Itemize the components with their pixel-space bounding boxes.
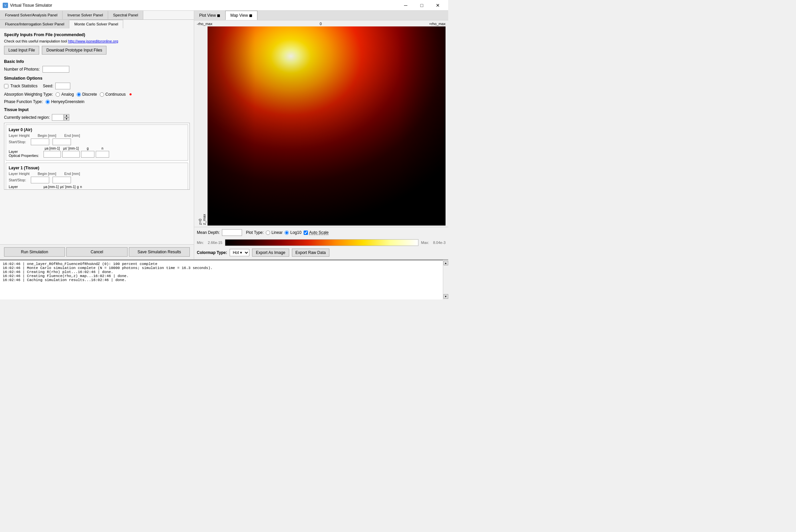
track-statistics-checkbox[interactable] bbox=[4, 84, 8, 88]
layer-0-end-label: End [mm] bbox=[64, 133, 80, 137]
absorption-continuous-label: Continuous bbox=[106, 92, 126, 97]
layer-0-height-label: Layer Height bbox=[9, 133, 30, 137]
tab-plot-view[interactable]: Plot View ◼ bbox=[194, 11, 225, 20]
left-panel: Forward Solver/Analysis Panel Inverse So… bbox=[0, 11, 194, 259]
plot-linear-radio[interactable] bbox=[266, 230, 270, 235]
map-label-center: 0 bbox=[320, 22, 322, 26]
num-photons-input[interactable]: 10000 bbox=[42, 66, 69, 73]
log-scroll-up[interactable]: ▲ bbox=[444, 261, 448, 265]
plot-log10-radio[interactable] bbox=[284, 230, 289, 235]
num-photons-row: Number of Photons: 10000 bbox=[4, 66, 190, 73]
helper-text-label: Check out this useful manipulation tool bbox=[4, 39, 67, 43]
region-value-input[interactable]: 0 bbox=[52, 114, 63, 121]
absorption-continuous-group: Continuous bbox=[100, 92, 126, 97]
log-scroll-down[interactable]: ▼ bbox=[444, 294, 448, 299]
helper-link[interactable]: http://www.jsoneditoronline.org bbox=[68, 39, 118, 43]
app-icon: V bbox=[3, 3, 8, 8]
layer-1-g-header: g bbox=[77, 185, 79, 189]
map-top-labels: -rho_max 0 +rho_max bbox=[197, 22, 446, 26]
layer-1-box: Layer 1 (Tissue) Layer Height Begin [mm]… bbox=[6, 163, 188, 190]
region-spinner-up[interactable]: ▲ bbox=[64, 114, 69, 117]
region-row: Currently selected region: 0 ▲ ▼ bbox=[4, 114, 190, 121]
z-axis-label: z=0 z_max bbox=[197, 26, 207, 226]
layer-0-begin-input[interactable]: -∞ bbox=[31, 138, 49, 145]
download-prototype-button[interactable]: Download Prototype Input Files bbox=[42, 46, 107, 55]
save-results-button[interactable]: Save Simulation Results bbox=[129, 247, 190, 256]
plot-linear-group: Linear bbox=[266, 230, 282, 235]
specify-inputs-title: Specify Inputs From File (recommended) bbox=[4, 33, 190, 37]
z-label-top: z=0 bbox=[198, 27, 202, 225]
layer-1-startstop-label: Start/Stop: bbox=[9, 178, 26, 182]
absorption-discrete-group: Discrete bbox=[77, 92, 97, 97]
layer-1-begin-input[interactable]: 0 bbox=[31, 177, 49, 183]
plot-type-group: Plot Type: Linear Log10 Auto Scale bbox=[246, 230, 329, 235]
layer-1-end-label: End [mm] bbox=[64, 172, 80, 176]
auto-scale-checkbox[interactable] bbox=[303, 230, 308, 235]
phase-henyey-radio[interactable] bbox=[45, 100, 50, 104]
layer-0-g-header: g bbox=[87, 147, 89, 150]
tab-fluence-solver[interactable]: Fluence/Interrogation Solver Panel bbox=[0, 20, 69, 28]
layer-0-begin-label: Begin [mm] bbox=[37, 133, 56, 137]
min-label: Min: bbox=[197, 241, 204, 245]
absorption-continuous-radio[interactable] bbox=[100, 92, 104, 97]
layers-container: Layer 0 (Air) Layer Height Begin [mm] En… bbox=[4, 123, 190, 190]
layer-0-end-input[interactable]: 0 bbox=[53, 138, 71, 145]
close-button[interactable]: ✕ bbox=[430, 0, 446, 11]
max-value: 8.04e-3 bbox=[433, 241, 446, 245]
tab-forward-solver[interactable]: Forward Solver/Analysis Panel bbox=[0, 11, 62, 19]
layer-0-mua-input[interactable]: 0 bbox=[43, 151, 61, 157]
maximize-button[interactable]: □ bbox=[414, 0, 429, 11]
layer-0-n-header: n bbox=[101, 147, 104, 150]
helper-text: Check out this useful manipulation tool … bbox=[4, 39, 190, 43]
log-line-1: 16:02:46 | Monte Carlo simulation comple… bbox=[3, 266, 440, 270]
colorbar bbox=[225, 239, 419, 246]
right-panel: Plot View ◼ Map View ◼ -rho_max 0 +rho_m… bbox=[194, 11, 448, 259]
layer-1-end-input[interactable]: 100 bbox=[53, 177, 71, 183]
layer-1-height-label: Layer Height bbox=[9, 172, 30, 176]
layer-0-n-col: n 1 bbox=[96, 147, 109, 157]
absorption-analog-radio[interactable] bbox=[56, 92, 60, 97]
layer-0-n-input[interactable]: 1 bbox=[96, 151, 109, 157]
absorption-label: Absorption Weighting Type: bbox=[4, 92, 53, 97]
phase-henyey-label: HenyeyGreenstein bbox=[51, 99, 85, 104]
layer-1-mus-col: μs' [mm-1] bbox=[60, 185, 76, 189]
num-photons-label: Number of Photons: bbox=[4, 67, 40, 72]
log-line-0: 16:02:46 | one_layer_ROfRho_FluenceOfRho… bbox=[3, 262, 440, 266]
layer-1-mus-header: μs' [mm-1] bbox=[60, 185, 76, 189]
tab-spectral-panel[interactable]: Spectral Panel bbox=[108, 11, 143, 19]
tab-map-view[interactable]: Map View ◼ bbox=[225, 11, 257, 20]
export-image-button[interactable]: Export As Image bbox=[252, 249, 289, 256]
phase-label: Phase Function Type: bbox=[4, 99, 43, 104]
layer-0-mus-col: μs' [mm-1] 1E-10 bbox=[62, 147, 80, 157]
mean-depth-input[interactable]: 7.04 bbox=[222, 229, 242, 236]
run-simulation-button[interactable]: Run Simulation bbox=[4, 247, 65, 256]
layer-0-g-input[interactable]: 1 bbox=[81, 151, 94, 157]
layer-1-n-col: n bbox=[80, 185, 82, 189]
auto-scale-group: Auto Scale bbox=[303, 230, 329, 235]
tab-row-1: Forward Solver/Analysis Panel Inverse So… bbox=[0, 11, 194, 20]
load-input-file-button[interactable]: Load Input File bbox=[4, 46, 39, 55]
layer-1-title: Layer 1 (Tissue) bbox=[9, 166, 185, 170]
layer-1-optical-header: Layer μa [mm-1] μs' [mm-1] g bbox=[9, 185, 185, 189]
region-spinner: 0 ▲ ▼ bbox=[52, 114, 69, 121]
sim-options-title: Simulation Options bbox=[4, 76, 190, 81]
absorption-discrete-radio[interactable] bbox=[77, 92, 81, 97]
colormap-select[interactable]: Hot ▾ bbox=[229, 249, 249, 256]
export-raw-button[interactable]: Export Raw Data bbox=[292, 249, 330, 256]
cancel-button[interactable]: Cancel bbox=[66, 247, 127, 256]
seed-input[interactable]: 0 bbox=[55, 83, 70, 89]
basic-info-title: Basic Info bbox=[4, 59, 190, 64]
tab-row-2: Fluence/Interrogation Solver Panel Monte… bbox=[0, 20, 194, 28]
max-label: Max: bbox=[421, 241, 429, 245]
layer-0-mua-col: μa [mm-1] 0 bbox=[43, 147, 61, 157]
minimize-button[interactable]: ─ bbox=[398, 0, 413, 11]
tab-inverse-solver[interactable]: Inverse Solver Panel bbox=[62, 11, 108, 19]
layer-0-optical-label: LayerOptical Properties: bbox=[9, 150, 42, 157]
plot-log10-group: Log10 bbox=[284, 230, 301, 235]
tab-monte-carlo[interactable]: Monte Carlo Solver Panel bbox=[69, 20, 123, 28]
layer-0-mus-input[interactable]: 1E-10 bbox=[62, 151, 80, 157]
layer-0-startstop-label: Start/Stop: bbox=[9, 140, 26, 144]
absorption-analog-group: Analog bbox=[56, 92, 74, 97]
region-spinner-down[interactable]: ▼ bbox=[64, 117, 69, 121]
basic-info-section: Basic Info Number of Photons: 10000 bbox=[4, 59, 190, 73]
